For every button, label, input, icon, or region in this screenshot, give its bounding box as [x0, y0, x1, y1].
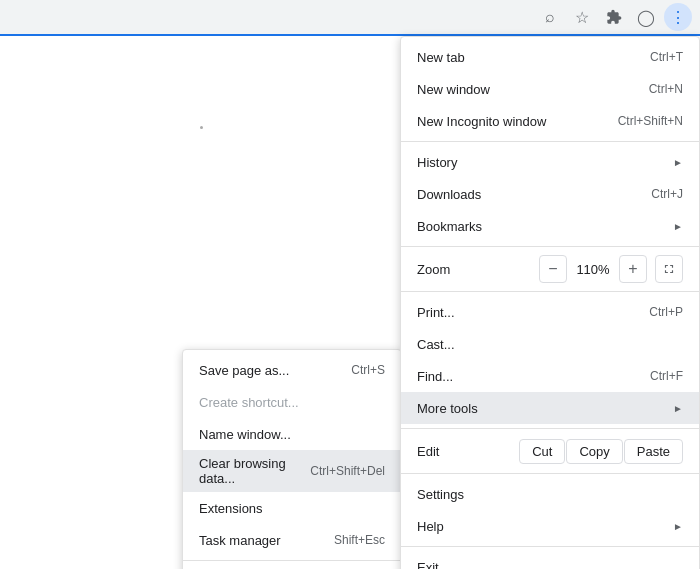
- clear-browsing-label: Clear browsing data...: [199, 456, 294, 486]
- cast-label: Cast...: [417, 337, 683, 352]
- edit-row: Edit Cut Copy Paste: [401, 433, 699, 469]
- menu-item-new-incognito[interactable]: New Incognito window Ctrl+Shift+N: [401, 105, 699, 137]
- submenu-item-extensions[interactable]: Extensions: [183, 492, 401, 524]
- submenu-item-name-window[interactable]: Name window...: [183, 418, 401, 450]
- task-manager-label: Task manager: [199, 533, 318, 548]
- zoom-value: 110%: [571, 262, 615, 277]
- name-window-label: Name window...: [199, 427, 369, 442]
- paste-button[interactable]: Paste: [624, 439, 683, 464]
- separator-4: [401, 428, 699, 429]
- help-label: Help: [417, 519, 665, 534]
- menu-item-new-tab[interactable]: New tab Ctrl+T: [401, 41, 699, 73]
- help-arrow: ►: [673, 521, 683, 532]
- new-incognito-label: New Incognito window: [417, 114, 602, 129]
- zoom-in-button[interactable]: +: [619, 255, 647, 283]
- page-dot: [200, 126, 203, 129]
- menu-item-settings[interactable]: Settings: [401, 478, 699, 510]
- more-tools-submenu: Save page as... Ctrl+S Create shortcut..…: [182, 349, 402, 569]
- settings-label: Settings: [417, 487, 683, 502]
- menu-item-find[interactable]: Find... Ctrl+F: [401, 360, 699, 392]
- cut-button[interactable]: Cut: [519, 439, 565, 464]
- history-arrow: ►: [673, 157, 683, 168]
- more-tools-arrow: ►: [673, 403, 683, 414]
- exit-label: Exit: [417, 560, 683, 570]
- copy-button[interactable]: Copy: [566, 439, 622, 464]
- extensions-icon[interactable]: [600, 3, 628, 31]
- separator-3: [401, 291, 699, 292]
- browser-toolbar: ⌕ ☆ ◯ ⋮: [0, 0, 700, 36]
- menu-icon[interactable]: ⋮: [664, 3, 692, 31]
- menu-item-new-window[interactable]: New window Ctrl+N: [401, 73, 699, 105]
- page-content: Save page as... Ctrl+S Create shortcut..…: [0, 36, 700, 569]
- menu-item-cast[interactable]: Cast...: [401, 328, 699, 360]
- submenu-item-developer-tools[interactable]: Developer tools Ctrl+Shift+I: [183, 565, 401, 569]
- task-manager-shortcut: Shift+Esc: [334, 533, 385, 547]
- print-shortcut: Ctrl+P: [649, 305, 683, 319]
- bookmarks-label: Bookmarks: [417, 219, 665, 234]
- downloads-label: Downloads: [417, 187, 635, 202]
- history-label: History: [417, 155, 665, 170]
- new-window-shortcut: Ctrl+N: [649, 82, 683, 96]
- separator-5: [401, 473, 699, 474]
- extensions-label: Extensions: [199, 501, 369, 516]
- print-label: Print...: [417, 305, 633, 320]
- separator-6: [401, 546, 699, 547]
- menu-item-print[interactable]: Print... Ctrl+P: [401, 296, 699, 328]
- separator-2: [401, 246, 699, 247]
- edit-label: Edit: [417, 444, 519, 459]
- new-tab-label: New tab: [417, 50, 634, 65]
- find-label: Find...: [417, 369, 634, 384]
- menu-item-bookmarks[interactable]: Bookmarks ►: [401, 210, 699, 242]
- submenu-item-clear-browsing[interactable]: Clear browsing data... Ctrl+Shift+Del: [183, 450, 401, 492]
- submenu-item-task-manager[interactable]: Task manager Shift+Esc: [183, 524, 401, 556]
- new-incognito-shortcut: Ctrl+Shift+N: [618, 114, 683, 128]
- zoom-label: Zoom: [417, 262, 539, 277]
- submenu-item-save-page[interactable]: Save page as... Ctrl+S: [183, 354, 401, 386]
- bookmarks-arrow: ►: [673, 221, 683, 232]
- zoom-controls: − 110% +: [539, 255, 647, 283]
- menu-item-help[interactable]: Help ►: [401, 510, 699, 542]
- new-window-label: New window: [417, 82, 633, 97]
- create-shortcut-label: Create shortcut...: [199, 395, 369, 410]
- zoom-out-button[interactable]: −: [539, 255, 567, 283]
- submenu-separator: [183, 560, 401, 561]
- zoom-icon[interactable]: ⌕: [536, 3, 564, 31]
- submenu-item-create-shortcut[interactable]: Create shortcut...: [183, 386, 401, 418]
- menu-item-history[interactable]: History ►: [401, 146, 699, 178]
- profile-icon[interactable]: ◯: [632, 3, 660, 31]
- zoom-row: Zoom − 110% +: [401, 251, 699, 287]
- more-tools-label: More tools: [417, 401, 665, 416]
- separator-1: [401, 141, 699, 142]
- downloads-shortcut: Ctrl+J: [651, 187, 683, 201]
- edit-buttons: Cut Copy Paste: [519, 439, 683, 464]
- save-page-label: Save page as...: [199, 363, 335, 378]
- menu-item-downloads[interactable]: Downloads Ctrl+J: [401, 178, 699, 210]
- fullscreen-button[interactable]: [655, 255, 683, 283]
- bookmark-icon[interactable]: ☆: [568, 3, 596, 31]
- menu-item-exit[interactable]: Exit: [401, 551, 699, 569]
- save-page-shortcut: Ctrl+S: [351, 363, 385, 377]
- main-menu: New tab Ctrl+T New window Ctrl+N New Inc…: [400, 36, 700, 569]
- menu-item-more-tools[interactable]: More tools ►: [401, 392, 699, 424]
- find-shortcut: Ctrl+F: [650, 369, 683, 383]
- clear-browsing-shortcut: Ctrl+Shift+Del: [310, 464, 385, 478]
- new-tab-shortcut: Ctrl+T: [650, 50, 683, 64]
